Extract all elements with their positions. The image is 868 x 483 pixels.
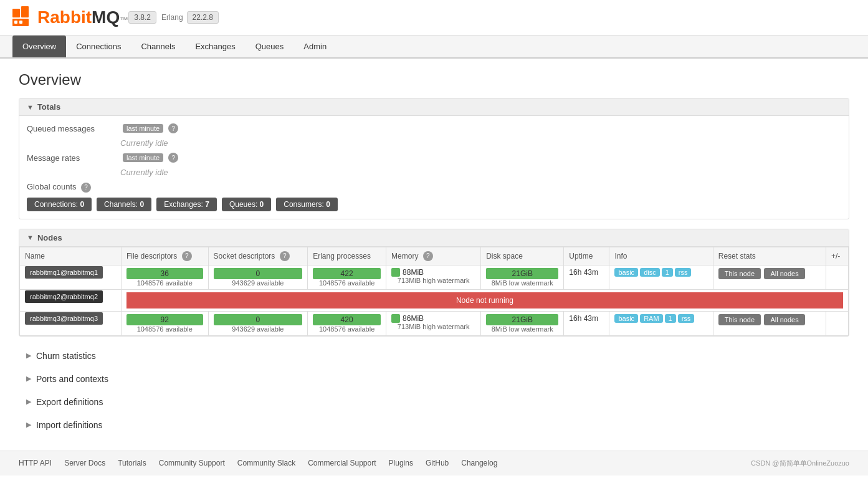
svg-rect-3 xyxy=(14,21,17,24)
node1-erlang-bar: 422 xyxy=(313,268,381,279)
node3-badge-ram[interactable]: RAM xyxy=(640,314,662,323)
node1-this-node-btn[interactable]: This node xyxy=(718,268,761,279)
node1-socket-desc: 0 943629 available xyxy=(208,265,308,289)
ports-title: Ports and contexts xyxy=(36,374,108,384)
node1-erlang-proc: 422 1048576 available xyxy=(308,265,386,289)
export-title: Export definitions xyxy=(36,397,103,407)
footer-server-docs[interactable]: Server Docs xyxy=(64,459,105,467)
ports-arrow: ▶ xyxy=(26,375,31,383)
nodes-header[interactable]: ▼ Nodes xyxy=(19,229,849,247)
message-rates-help[interactable]: ? xyxy=(168,153,178,163)
nav-queues[interactable]: Queues xyxy=(246,36,294,57)
node3-erlang-bar: 420 xyxy=(313,314,381,325)
col-disk: Disk space xyxy=(481,247,564,265)
footer-plugins[interactable]: Plugins xyxy=(389,459,413,467)
exchanges-count-btn[interactable]: Exchanges: 7 xyxy=(156,198,217,211)
node1-badge-disc[interactable]: disc xyxy=(640,268,660,277)
ports-section: ▶ Ports and contexts xyxy=(19,369,849,389)
node1-file-desc-avail: 1048576 available xyxy=(126,279,203,287)
nav-connections[interactable]: Connections xyxy=(66,36,131,57)
message-rates-badge[interactable]: last minute xyxy=(123,153,163,162)
node3-badge-basic[interactable]: basic xyxy=(614,314,638,323)
queued-idle-text: Currently idle xyxy=(120,138,168,148)
nodes-table: Name File descriptors ? Socket descripto… xyxy=(19,247,849,336)
ports-header[interactable]: ▶ Ports and contexts xyxy=(19,369,849,389)
queued-messages-help[interactable]: ? xyxy=(168,123,178,133)
footer-changelog[interactable]: Changelog xyxy=(461,459,497,467)
page-title: Overview xyxy=(19,71,849,88)
node3-info-badges: basic RAM 1 rss xyxy=(614,314,707,323)
queues-count-btn[interactable]: Queues: 0 xyxy=(222,198,271,211)
col-info: Info xyxy=(609,247,713,265)
node1-reset: This node All nodes xyxy=(713,265,826,289)
node1-uptime: 16h 43m xyxy=(564,265,609,289)
node1-badge-rss[interactable]: rss xyxy=(675,268,692,277)
col-name: Name xyxy=(20,247,122,265)
nav-admin[interactable]: Admin xyxy=(293,36,336,57)
svg-rect-1 xyxy=(21,6,29,17)
node3-mem-value: 86MiB xyxy=(403,314,424,323)
memory-help[interactable]: ? xyxy=(423,251,433,261)
import-arrow: ▶ xyxy=(26,421,31,429)
queued-messages-row: Queued messages last minute ? xyxy=(27,123,841,133)
node3-badge-rss[interactable]: rss xyxy=(678,314,695,323)
node1-socket-avail: 943629 available xyxy=(214,279,303,287)
node1-mem-value: 88MiB xyxy=(403,268,424,277)
node1-mem-watermark: 713MiB high watermark xyxy=(391,277,475,284)
socket-desc-help[interactable]: ? xyxy=(280,251,290,261)
node1-badge-1[interactable]: 1 xyxy=(662,268,673,277)
node1-file-desc-bar: 36 xyxy=(126,268,203,279)
footer-community-support[interactable]: Community Support xyxy=(159,459,225,467)
import-title: Import definitions xyxy=(36,420,103,430)
nodes-title: Nodes xyxy=(37,233,62,242)
node3-memory: 86MiB 713MiB high watermark xyxy=(386,311,481,335)
main-content: Overview ▼ Totals Queued messages last m… xyxy=(0,59,868,451)
node3-badge-1[interactable]: 1 xyxy=(665,314,676,323)
node1-all-nodes-btn[interactable]: All nodes xyxy=(764,268,804,279)
totals-header[interactable]: ▼ Totals xyxy=(19,98,849,116)
footer-github[interactable]: GitHub xyxy=(426,459,449,467)
channels-count-btn[interactable]: Channels: 0 xyxy=(97,198,151,211)
node1-file-desc: 36 1048576 available xyxy=(121,265,208,289)
node3-disk-watermark: 8MiB low watermark xyxy=(486,325,558,333)
connections-count-btn[interactable]: Connections: 0 xyxy=(27,198,92,211)
col-file-desc: File descriptors ? xyxy=(121,247,208,265)
node1-erlang-avail: 1048576 available xyxy=(313,279,381,287)
import-header[interactable]: ▶ Import definitions xyxy=(19,415,849,435)
export-header[interactable]: ▶ Export definitions xyxy=(19,392,849,412)
node1-info: basic disc 1 rss xyxy=(609,265,713,289)
node3-uptime: 16h 43m xyxy=(564,311,609,335)
totals-body: Queued messages last minute ? Currently … xyxy=(19,116,849,219)
queued-messages-badge[interactable]: last minute xyxy=(123,124,163,133)
nav-overview[interactable]: Overview xyxy=(12,36,66,57)
nav-channels[interactable]: Channels xyxy=(131,36,185,57)
queued-messages-label: Queued messages xyxy=(27,124,120,133)
table-row: rabbitmq2@rabbitmq2 Node not running xyxy=(20,289,849,311)
rates-idle-text: Currently idle xyxy=(120,168,168,177)
churn-header[interactable]: ▶ Churn statistics xyxy=(19,346,849,366)
footer-http-api[interactable]: HTTP API xyxy=(19,459,52,467)
version-badge: 3.8.2 xyxy=(128,11,156,24)
node3-reset: This node All nodes xyxy=(713,311,826,335)
global-counts-help[interactable]: ? xyxy=(81,183,91,193)
footer-tutorials[interactable]: Tutorials xyxy=(118,459,146,467)
node1-plusminus xyxy=(826,265,848,289)
col-reset: Reset stats xyxy=(713,247,826,265)
erlang-version: 22.2.8 xyxy=(187,11,219,24)
node3-all-nodes-btn[interactable]: All nodes xyxy=(764,314,804,325)
logo: RabbitMQ™ xyxy=(12,6,128,29)
file-desc-help[interactable]: ? xyxy=(182,251,192,261)
import-section: ▶ Import definitions xyxy=(19,415,849,435)
footer-commercial-support[interactable]: Commercial Support xyxy=(308,459,376,467)
nav-bar: Overview Connections Channels Exchanges … xyxy=(0,36,868,59)
node1-badge-basic[interactable]: basic xyxy=(614,268,638,277)
node3-this-node-btn[interactable]: This node xyxy=(718,314,761,325)
nav-exchanges[interactable]: Exchanges xyxy=(185,36,245,57)
count-buttons: Connections: 0 Channels: 0 Exchanges: 7 … xyxy=(27,198,841,211)
footer-community-slack[interactable]: Community Slack xyxy=(237,459,295,467)
consumers-count-btn[interactable]: Consumers: 0 xyxy=(276,198,338,211)
node1-name-cell: rabbitmq1@rabbitmq1 xyxy=(20,265,122,289)
node1-disk-watermark: 8MiB low watermark xyxy=(486,279,558,287)
node1-disk-bar: 21GiB xyxy=(486,268,558,279)
node3-disk: 21GiB 8MiB low watermark xyxy=(481,311,564,335)
